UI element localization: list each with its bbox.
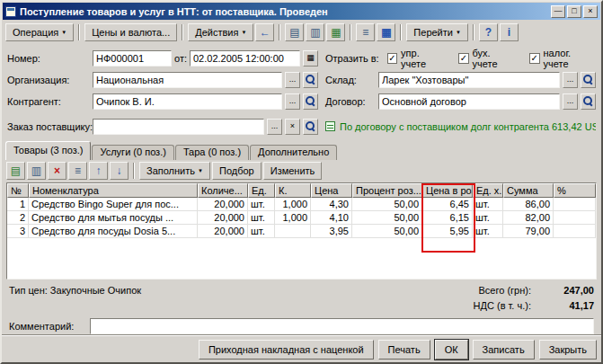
cell-coefficient[interactable]: 1,000 <box>275 198 311 211</box>
tab-goods[interactable]: Товары (3 поз.) <box>5 141 91 160</box>
organization-select-button[interactable]: ... <box>285 72 300 88</box>
contractor-select-button[interactable]: ... <box>285 93 300 110</box>
move-down-button[interactable]: ↓ <box>110 162 129 180</box>
cell-price[interactable]: 4,10 <box>311 211 352 225</box>
supplier-order-open-button[interactable] <box>303 119 318 135</box>
tab-additional[interactable]: Дополнительно <box>250 145 337 160</box>
minimize-button[interactable]: — <box>551 5 565 18</box>
cell-num[interactable]: 3 <box>7 225 29 238</box>
cell-coefficient[interactable] <box>275 225 311 238</box>
add-row-button[interactable]: ▤ <box>6 162 25 180</box>
goto-button[interactable]: Перейти ▼ <box>406 23 468 41</box>
cell-quantity[interactable]: 20,000 <box>198 225 248 238</box>
checkbox-buh-uchet[interactable]: ✓ бух. учете <box>458 48 516 69</box>
structure-button[interactable]: ≡ <box>356 23 375 41</box>
cell-sum[interactable]: 82,00 <box>503 211 554 225</box>
contractor-field[interactable] <box>93 93 282 110</box>
tab-containers[interactable]: Тара (0 поз.) <box>175 145 249 160</box>
maximize-button[interactable]: □ <box>567 5 581 18</box>
cell-price[interactable]: 4,30 <box>311 198 352 211</box>
table-row[interactable]: 2 Средство для мытья посуды ... 20,000 ш… <box>7 211 596 225</box>
close-window-button[interactable]: Закрыть <box>539 340 597 360</box>
help-button[interactable]: ? <box>479 23 498 41</box>
cell-unit2[interactable]: шт. <box>473 198 503 211</box>
date-field[interactable] <box>190 50 300 67</box>
column-header-num[interactable]: № <box>7 183 29 198</box>
column-header-sum[interactable]: Сумма <box>503 183 554 198</box>
save-button[interactable]: Записать <box>473 340 535 360</box>
cell-retail-percent[interactable]: 50,00 <box>352 198 422 211</box>
cell-num[interactable]: 2 <box>7 211 29 225</box>
cell-sum[interactable]: 79,00 <box>503 225 554 238</box>
cell-nomenclature[interactable]: Средство для мытья посуды ... <box>29 211 198 225</box>
column-header-vat[interactable]: % <box>554 183 596 198</box>
cell-retail-price[interactable]: 6,45 <box>422 198 473 211</box>
cell-retail-price[interactable]: 6,15 <box>422 211 473 225</box>
cell-unit[interactable]: шт. <box>248 211 275 225</box>
checkbox-upr-uchet[interactable]: ✓ упр. учете <box>387 48 445 69</box>
warehouse-field[interactable] <box>378 72 560 88</box>
column-header-retail-percent[interactable]: Процент роз... <box>352 183 422 198</box>
cell-unit[interactable]: шт. <box>248 198 275 211</box>
cell-retail-percent[interactable]: 50,00 <box>352 225 422 238</box>
cell-vat[interactable] <box>554 225 596 238</box>
column-header-nomenclature[interactable]: Номенклатура <box>29 183 198 198</box>
column-header-unit[interactable]: Ед. <box>248 183 275 198</box>
organization-field[interactable] <box>93 72 282 88</box>
cell-num[interactable]: 1 <box>7 198 29 211</box>
supplier-order-select-button[interactable]: ... <box>267 119 282 135</box>
actions-button[interactable]: Действия ▼ <box>188 23 253 41</box>
copy-button[interactable]: ▥ <box>306 23 324 41</box>
fill-button[interactable]: Заполнить ▼ <box>139 162 210 180</box>
table-row[interactable]: 1 Средство Bingo Super для пос... 20,000… <box>7 198 596 211</box>
copy-row-button[interactable]: ▥ <box>27 162 46 180</box>
order-rows-button[interactable]: ≡ <box>68 162 87 180</box>
reread-button[interactable]: ▤ <box>285 23 304 41</box>
post-document-button[interactable]: ▦ <box>326 23 345 41</box>
movements-button[interactable]: ▦ <box>377 23 395 41</box>
column-header-price[interactable]: Цена <box>311 183 352 198</box>
cell-unit2[interactable]: шт. <box>473 225 503 238</box>
cell-unit[interactable]: шт. <box>248 225 275 238</box>
organization-open-button[interactable] <box>303 72 318 88</box>
supplier-order-clear-button[interactable]: × <box>285 119 300 135</box>
column-header-unit2[interactable]: Ед. х... <box>473 183 503 198</box>
delete-row-button[interactable]: × <box>48 162 67 180</box>
ok-button[interactable]: ОК <box>435 340 468 360</box>
cell-coefficient[interactable]: 1,000 <box>275 211 311 225</box>
calendar-button[interactable]: ▦ <box>303 50 318 67</box>
column-header-coefficient[interactable]: К. <box>275 183 311 198</box>
print-form-button[interactable]: Приходная накладная с наценкой <box>199 340 374 360</box>
move-up-button[interactable]: ↑ <box>89 162 108 180</box>
cell-retail-percent[interactable]: 50,00 <box>352 211 422 225</box>
column-header-quantity[interactable]: Количе... <box>198 183 248 198</box>
cell-vat[interactable] <box>554 198 596 211</box>
cell-price[interactable]: 3,95 <box>311 225 352 238</box>
warehouse-select-button[interactable]: ... <box>563 72 578 88</box>
prices-currency-button[interactable]: Цены и валюта... <box>84 23 177 41</box>
cell-sum[interactable]: 86,00 <box>503 198 554 211</box>
cell-quantity[interactable]: 20,000 <box>198 211 248 225</box>
contractor-open-button[interactable] <box>303 93 318 110</box>
print-button[interactable]: Печать <box>378 340 430 360</box>
contract-select-button[interactable]: ... <box>563 93 578 110</box>
cell-vat[interactable] <box>554 211 596 225</box>
table-row[interactable]: 3 Средство для посуды Dosia 5... 20,000 … <box>7 225 596 238</box>
warehouse-open-button[interactable] <box>581 72 596 88</box>
cell-retail-price[interactable]: 5,95 <box>422 225 473 238</box>
checkbox-nalog-uchet[interactable]: ✓ налог. учете <box>529 48 596 69</box>
column-header-retail-price[interactable]: Цена в роз... <box>422 183 473 198</box>
back-button[interactable]: ← <box>255 23 274 41</box>
supplier-order-field[interactable] <box>93 119 264 135</box>
cell-nomenclature[interactable]: Средство Bingo Super для пос... <box>29 198 198 211</box>
cell-quantity[interactable]: 20,000 <box>198 198 248 211</box>
contract-open-button[interactable] <box>581 93 596 110</box>
cell-nomenclature[interactable]: Средство для посуды Dosia 5... <box>29 225 198 238</box>
info-button[interactable]: i <box>500 23 519 41</box>
change-button[interactable]: Изменить <box>263 162 323 180</box>
contract-field[interactable] <box>378 93 560 110</box>
cell-unit2[interactable]: шт. <box>473 211 503 225</box>
pick-button[interactable]: Подбор <box>212 162 262 180</box>
comment-field[interactable] <box>90 318 594 334</box>
operation-button[interactable]: Операция ▼ <box>5 23 74 41</box>
